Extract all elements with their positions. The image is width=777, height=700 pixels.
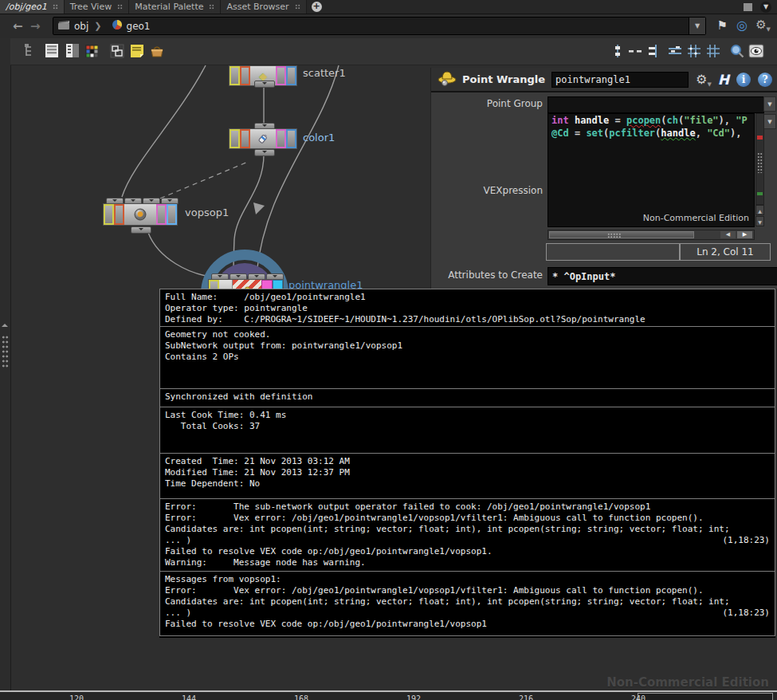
vop-sphere-icon [134, 208, 147, 221]
timeline-tick: 144 [175, 694, 203, 700]
wire-dashed [152, 162, 248, 202]
houdini-window: /obj/geo1 Tree View Material Palette Ass… [0, 0, 777, 700]
display-flag[interactable] [167, 204, 177, 225]
node-body[interactable] [250, 129, 276, 148]
node-output-stub[interactable] [254, 149, 275, 156]
node-vopsop1[interactable] [104, 204, 177, 225]
info-line: Created Time: 21 Nov 2013 03:12 AM [165, 456, 770, 467]
info-section: Last Cook Time: 0.41 ms Total Cooks: 37 [159, 407, 775, 454]
info-line: ... )(1,18:23) [165, 608, 770, 619]
node-label-scatter1: scatter1 [303, 67, 346, 79]
info-section: Full Name: /obj/geo1/pointwrangle1Operat… [159, 289, 775, 327]
node-info-popup: Full Name: /obj/geo1/pointwrangle1Operat… [159, 289, 775, 638]
display-flag[interactable] [286, 66, 296, 85]
info-line: Full Name: /obj/geo1/pointwrangle1 [165, 292, 770, 303]
info-line: Time Dependent: No [165, 478, 770, 490]
info-section: Error: The sub-network output operator f… [159, 498, 775, 572]
timeline-tick: 168 [287, 694, 316, 700]
vex-code-line: @Cd = set(pcfilter(handle, "Cd"), [548, 127, 754, 140]
info-line: Failed to resolve VEX code op:/obj/geo1/… [165, 546, 770, 557]
info-line: Geometry not cooked. [165, 329, 770, 340]
hscroll-thumb[interactable] [549, 231, 694, 238]
network-watermark: Non-Commercial Edition [606, 675, 769, 690]
timeline-tick: 192 [399, 694, 428, 700]
vex-editor[interactable]: int handle = pcopen(ch("file"), "P@Cd = … [547, 113, 755, 227]
info-line: Error: Vex error: /obj/geo1/pointwrangle… [165, 585, 770, 596]
ok-marker [757, 192, 763, 195]
color-spray-icon [257, 133, 269, 144]
vex-code[interactable]: int handle = pcopen(ch("file"), "P@Cd = … [548, 114, 754, 140]
wire [148, 233, 212, 277]
info-line: ... )(1,18:23) [165, 535, 770, 546]
node-label-vopsop1: vopsop1 [185, 206, 229, 218]
template-flag[interactable] [230, 129, 240, 148]
timeline-playbar[interactable]: 120144168192216240 [0, 692, 777, 700]
node-color1[interactable] [230, 129, 296, 148]
hscroll-right-icon[interactable]: ▶ [737, 231, 752, 238]
node-name-field[interactable] [551, 72, 689, 88]
vex-hscrollbar[interactable]: ◀ ▶ [547, 230, 755, 240]
vscroll-down-icon[interactable]: ▼ [755, 216, 764, 226]
info-line: Synchronized with definition [165, 391, 770, 403]
info-section: Synchronized with definition [159, 388, 775, 407]
help-icon[interactable]: ? [758, 73, 772, 87]
info-line: SubNetwork output from: pointwrangle1/vo… [165, 340, 770, 352]
point-group-menu-icon[interactable]: ▼ [763, 96, 776, 112]
error-marker [757, 136, 763, 140]
vscroll-grip[interactable] [757, 152, 763, 173]
node-type-title: Point Wrangle [462, 73, 545, 85]
template-flag[interactable] [230, 66, 240, 85]
info-line: Last Cook Time: 0.41 ms [165, 410, 770, 421]
info-line: Modified Time: 21 Nov 2013 12:37 PM [165, 467, 770, 478]
editor-status-left [546, 243, 680, 261]
info-section: Messages from vopsop1:Error: Vex error: … [159, 571, 775, 636]
info-line: Total Cooks: 37 [165, 421, 770, 432]
point-group-label: Point Group [431, 98, 543, 109]
node-body[interactable] [124, 204, 156, 225]
point-group-field[interactable] [547, 96, 764, 113]
node-output-stub[interactable] [131, 226, 151, 234]
display-flag[interactable] [286, 129, 296, 148]
info-line: Candidates are: int pcopen(int; string; … [165, 596, 770, 608]
editor-watermark: Non-Commercial Edition [643, 213, 749, 223]
parameter-header: Point Wrangle ⚙▼ H i ? [431, 68, 777, 92]
timeline-tick: 240 [624, 694, 653, 700]
editor-cursor-position: Ln 2, Col 11 [680, 243, 771, 261]
info-line: Error: Vex error: /obj/geo1/pointwrangle… [165, 513, 770, 524]
info-section: Geometry not cooked.SubNetwork output fr… [159, 326, 775, 389]
playbar-range-box[interactable] [638, 693, 773, 700]
template-flag[interactable] [104, 204, 114, 225]
houdini-logo-icon[interactable]: H [718, 72, 729, 88]
node-output-stub[interactable] [254, 81, 275, 88]
bypass-flag[interactable] [240, 66, 250, 85]
vex-code-line: int handle = pcopen(ch("file"), "P [548, 114, 754, 127]
timeline-tick: 216 [512, 694, 540, 700]
info-line: Failed to resolve VEX code op:/obj/geo1/… [165, 619, 770, 630]
wire-arrowhead [253, 203, 265, 214]
vex-vscrollbar[interactable] [755, 113, 764, 205]
lock-flag[interactable] [276, 66, 286, 85]
hscroll-left-icon[interactable]: ◀ [720, 231, 736, 238]
info-line: Contains 2 OPs [165, 352, 770, 363]
wire [122, 65, 206, 197]
lock-flag[interactable] [156, 204, 167, 225]
vexpression-label: VEXpression [431, 185, 543, 196]
node-label-color1: color1 [303, 132, 335, 144]
info-line: Operator type: pointwrangle [165, 303, 770, 314]
attributes-to-create-field[interactable] [547, 267, 777, 285]
attributes-to-create-label: Attributes to Create [431, 269, 543, 281]
info-line: Defined by: C:/PROGRA~1/SIDEEF~1/HOUDIN~… [165, 314, 770, 325]
vscroll-up-icon[interactable]: ▲ [755, 205, 764, 215]
point-wrangle-hat-icon [438, 69, 458, 90]
vex-menu-icon[interactable]: ▼ [763, 114, 776, 129]
bypass-flag[interactable] [114, 204, 124, 225]
wire [257, 65, 339, 273]
timeline-tick: 120 [62, 694, 91, 700]
lock-flag[interactable] [276, 129, 286, 148]
info-icon[interactable]: i [736, 73, 751, 87]
info-line: Error: The sub-network output operator f… [165, 501, 770, 513]
parameter-pane: Point Wrangle ⚙▼ H i ? Point Group ▼ VEX… [430, 68, 777, 289]
info-section: Created Time: 21 Nov 2013 03:12 AMModifi… [159, 453, 775, 499]
parm-gear-icon[interactable]: ⚙▼ [696, 72, 712, 88]
bypass-flag[interactable] [240, 129, 250, 148]
